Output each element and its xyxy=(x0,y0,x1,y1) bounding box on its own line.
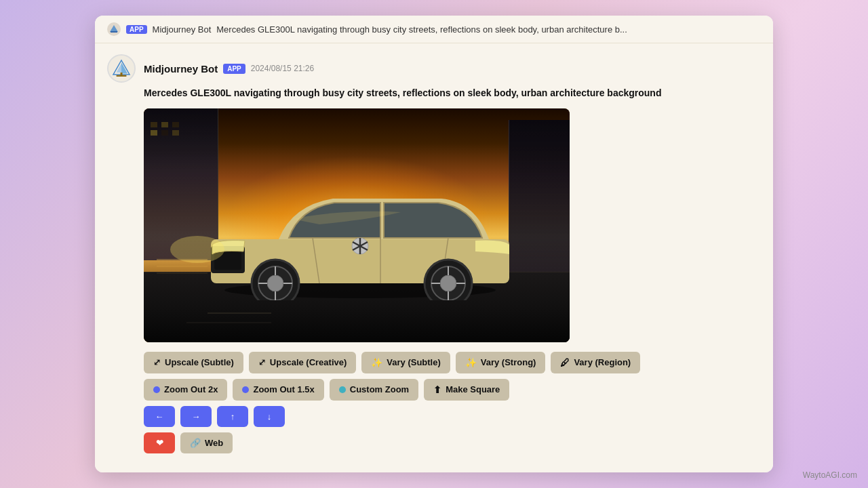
image-container xyxy=(144,108,761,342)
notification-bar: APP Midjourney Bot Mercedes GLE300L navi… xyxy=(95,16,773,43)
buttons-area: ⤢ Upscale (Subtle) ⤢ Upscale (Creative) … xyxy=(144,352,761,453)
message-header: Midjourney Bot APP 2024/08/15 21:26 xyxy=(107,54,761,83)
notification-app-badge: APP xyxy=(126,25,147,34)
make-square-label: Make Square xyxy=(446,384,500,394)
upscale-subtle-icon: ⤢ xyxy=(153,357,161,367)
custom-zoom-label: Custom Zoom xyxy=(350,384,409,394)
vary-strong-label: Vary (Strong) xyxy=(481,357,536,367)
svg-rect-6 xyxy=(117,75,127,77)
upscale-creative-label: Upscale (Creative) xyxy=(270,357,347,367)
app-badge: APP xyxy=(223,64,245,74)
timestamp: 2024/08/15 21:26 xyxy=(251,64,314,73)
upscale-subtle-button[interactable]: ⤢ Upscale (Subtle) xyxy=(144,352,243,373)
arrow-up-button[interactable]: ↑ xyxy=(217,406,248,427)
heart-icon: ❤ xyxy=(156,438,163,448)
arrow-down-button[interactable]: ↓ xyxy=(254,406,285,427)
notification-avatar xyxy=(107,22,121,36)
message-area: Midjourney Bot APP 2024/08/15 21:26 Merc… xyxy=(95,43,773,472)
zoom-out-1x5-label: Zoom Out 1.5x xyxy=(253,384,314,394)
bot-avatar xyxy=(107,54,136,83)
custom-zoom-button[interactable]: Custom Zoom xyxy=(330,379,418,401)
vary-subtle-button[interactable]: ✨ Vary (Subtle) xyxy=(361,352,450,373)
arrow-left-icon: ← xyxy=(155,411,164,422)
message-meta: Midjourney Bot APP 2024/08/15 21:26 xyxy=(144,63,314,75)
arrow-up-icon: ↑ xyxy=(231,411,235,422)
arrow-down-icon: ↓ xyxy=(267,411,272,422)
zoom-out-1x5-button[interactable]: Zoom Out 1.5x xyxy=(233,379,323,401)
message-prompt: Mercedes GLE300L navigating through busy… xyxy=(144,87,761,100)
vary-region-icon: 🖊 xyxy=(560,357,570,368)
bot-name: Midjourney Bot xyxy=(144,63,218,75)
make-square-button[interactable]: ⬆ Make Square xyxy=(424,379,509,401)
button-row-1: ⤢ Upscale (Subtle) ⤢ Upscale (Creative) … xyxy=(144,352,761,373)
svg-point-21 xyxy=(267,275,283,291)
zoom-out-2x-label: Zoom Out 2x xyxy=(164,384,218,394)
arrow-left-button[interactable]: ← xyxy=(144,406,175,427)
zoom-out-2x-icon xyxy=(153,386,160,393)
zoom-out-2x-button[interactable]: Zoom Out 2x xyxy=(144,379,227,401)
arrow-right-button[interactable]: → xyxy=(180,406,212,427)
chat-container: APP Midjourney Bot Mercedes GLE300L navi… xyxy=(95,16,773,472)
upscale-creative-icon: ⤢ xyxy=(258,357,266,367)
notification-bot-name: Midjourney Bot xyxy=(153,24,212,35)
vary-strong-icon: ✨ xyxy=(465,357,477,368)
watermark: WaytoAGI.com xyxy=(803,470,857,480)
button-row-3: ← → ↑ ↓ xyxy=(144,406,761,427)
web-button[interactable]: 🔗 Web xyxy=(180,432,233,453)
vary-subtle-label: Vary (Subtle) xyxy=(387,357,440,367)
svg-marker-0 xyxy=(110,25,118,32)
upscale-creative-button[interactable]: ⤢ Upscale (Creative) xyxy=(249,352,356,373)
vary-subtle-icon: ✨ xyxy=(371,357,382,368)
svg-marker-3 xyxy=(121,62,127,74)
heart-button[interactable]: ❤ xyxy=(144,432,175,453)
zoom-out-1x5-icon xyxy=(242,386,249,393)
custom-zoom-icon xyxy=(339,386,346,393)
arrow-right-icon: → xyxy=(192,411,201,422)
vary-region-label: Vary (Region) xyxy=(574,357,631,367)
notification-prompt: Mercedes GLE300L navigating through busy… xyxy=(216,24,627,35)
svg-point-24 xyxy=(440,275,456,291)
web-label: Web xyxy=(205,438,223,448)
svg-rect-1 xyxy=(111,31,117,33)
vary-region-button[interactable]: 🖊 Vary (Region) xyxy=(551,352,640,373)
button-row-4: ❤ 🔗 Web xyxy=(144,432,761,453)
web-icon: 🔗 xyxy=(190,438,201,448)
make-square-icon: ⬆ xyxy=(433,384,441,395)
vary-strong-button[interactable]: ✨ Vary (Strong) xyxy=(456,352,546,373)
generated-image xyxy=(144,108,570,342)
button-row-2: Zoom Out 2x Zoom Out 1.5x Custom Zoom ⬆ … xyxy=(144,379,761,401)
upscale-subtle-label: Upscale (Subtle) xyxy=(165,357,234,367)
